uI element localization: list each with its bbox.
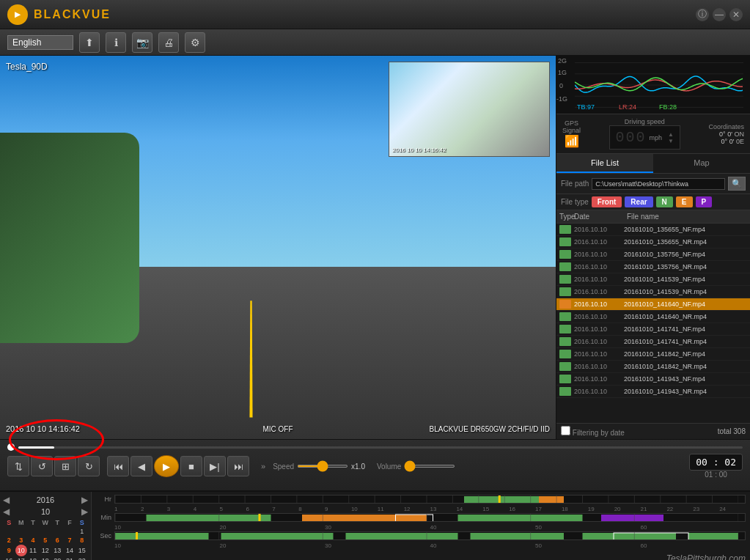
col-name-header: File name bbox=[627, 213, 741, 221]
calendar-day[interactable]: 5 bbox=[39, 536, 51, 545]
calendar-day[interactable]: 15 bbox=[76, 545, 88, 556]
language-selector[interactable]: EnglishKoreanJapaneseChinese bbox=[7, 35, 73, 50]
file-row[interactable]: 2016.10.1020161010_141842_NF.mp4 bbox=[556, 348, 750, 361]
month-next-button[interactable]: ▶ bbox=[81, 506, 88, 517]
calendar-day[interactable]: 19 bbox=[39, 556, 51, 560]
calendar-day[interactable]: 14 bbox=[64, 545, 76, 556]
skip-back-button[interactable]: ⏮ bbox=[107, 456, 129, 476]
min-track[interactable] bbox=[114, 513, 746, 522]
file-list[interactable]: 2016.10.1020161010_135655_NF.mp42016.10.… bbox=[556, 224, 750, 423]
calendar-day[interactable]: 22 bbox=[76, 556, 88, 560]
month-prev-button[interactable]: ◀ bbox=[3, 506, 10, 517]
gsensor-neg1g-label: -1G bbox=[556, 95, 567, 103]
calendar-day[interactable]: 8 bbox=[76, 536, 88, 545]
calendar-day[interactable]: 18 bbox=[27, 556, 40, 560]
sec-track[interactable] bbox=[114, 531, 746, 540]
year-next-button[interactable]: ▶ bbox=[81, 495, 88, 505]
tab-file-list[interactable]: File List bbox=[556, 154, 653, 173]
calendar-day[interactable]: 6 bbox=[51, 536, 64, 545]
coord2b: 0' bbox=[729, 138, 735, 145]
file-row[interactable]: 2016.10.1020161010_141943_NF.mp4 bbox=[556, 373, 750, 386]
settings-toolbar-button[interactable]: ⚙ bbox=[185, 32, 205, 53]
type-rear-button[interactable]: Rear bbox=[625, 196, 652, 207]
calendar-day[interactable]: 20 bbox=[51, 556, 64, 560]
gps-info: GPSSignal 📶 Driving speed 000 mph ▲▼ Coo… bbox=[556, 114, 750, 154]
loop-button[interactable]: ↻ bbox=[78, 456, 100, 476]
hour-number: 14 bbox=[456, 506, 482, 512]
file-row[interactable]: 2016.10.1020161010_141640_NF.mp4 bbox=[556, 298, 750, 311]
hour-number: 5 bbox=[220, 506, 246, 512]
file-row[interactable]: 2016.10.1020161010_141539_NF.mp4 bbox=[556, 273, 750, 286]
file-type-row: File type Front Rear N E P bbox=[556, 194, 750, 210]
calendar-day[interactable]: 17 bbox=[15, 556, 27, 560]
total-count: total 308 bbox=[718, 427, 746, 435]
camera-toolbar-button[interactable]: 📷 bbox=[132, 32, 152, 53]
type-front-button[interactable]: Front bbox=[592, 196, 622, 207]
calendar-day[interactable]: 7 bbox=[64, 536, 76, 545]
volume-slider[interactable] bbox=[404, 465, 455, 468]
file-row[interactable]: 2016.10.1020161010_141741_NR.mp4 bbox=[556, 336, 750, 348]
tab-map[interactable]: Map bbox=[653, 154, 750, 173]
close-button[interactable]: ✕ bbox=[729, 8, 743, 21]
print-toolbar-button[interactable]: 🖨 bbox=[158, 32, 179, 53]
seek-handle[interactable] bbox=[7, 443, 15, 451]
year-prev-button[interactable]: ◀ bbox=[3, 495, 10, 505]
min-number: 10 bbox=[114, 524, 220, 531]
type-p-button[interactable]: P bbox=[696, 196, 713, 207]
step-back-button[interactable]: ◀ bbox=[130, 456, 152, 476]
hr-canvas bbox=[115, 495, 738, 504]
hour-number: 15 bbox=[482, 506, 509, 512]
crop-button[interactable]: ⊞ bbox=[54, 456, 76, 476]
brand-watermark: TeslaPittsburgh.com bbox=[96, 553, 746, 560]
titlebar: ▶ BLACKVUE ⓘ — ✕ bbox=[0, 0, 750, 29]
play-button[interactable]: ▶ bbox=[154, 455, 179, 477]
calendar-day[interactable]: 10 bbox=[15, 545, 27, 556]
camera-switch-button[interactable]: ⇅ bbox=[7, 456, 29, 476]
speed-slider[interactable] bbox=[297, 465, 348, 468]
info-toolbar-button[interactable]: ℹ bbox=[106, 32, 126, 53]
file-row[interactable]: 2016.10.1020161010_135655_NF.mp4 bbox=[556, 224, 750, 236]
gsensor-graph: 2G 1G 0 -1G TB:97 LR:24 FB:28 bbox=[556, 56, 750, 114]
step-fwd-button[interactable]: ▶| bbox=[204, 456, 226, 476]
hour-track[interactable] bbox=[114, 495, 746, 504]
upload-button[interactable]: ⬆ bbox=[79, 32, 100, 53]
seek-track[interactable] bbox=[18, 446, 743, 449]
calendar-day[interactable]: 2 bbox=[3, 536, 15, 545]
sec-number: 20 bbox=[220, 542, 326, 549]
calendar-day[interactable]: 1 bbox=[76, 527, 88, 536]
skip-fwd-button[interactable]: ⏭ bbox=[227, 456, 249, 476]
minimize-button[interactable]: — bbox=[713, 8, 726, 21]
file-row[interactable]: 2016.10.1020161010_135655_NR.mp4 bbox=[556, 236, 750, 248]
calendar-day[interactable]: 9 bbox=[3, 545, 15, 556]
calendar-day[interactable]: 21 bbox=[64, 556, 76, 560]
calendar-year: 2016 bbox=[37, 495, 54, 504]
mic-status: MIC OFF bbox=[262, 425, 293, 433]
file-list-header: Type Date File name bbox=[556, 210, 750, 224]
calendar-day[interactable]: 11 bbox=[27, 545, 40, 556]
timeline-right: Hr 1234567891011121314151617181920212223… bbox=[92, 492, 750, 560]
filter-checkbox[interactable] bbox=[561, 426, 570, 435]
hour-numbers: 123456789101112131415161718192021222324 bbox=[114, 506, 746, 512]
file-row[interactable]: 2016.10.1020161010_141741_NF.mp4 bbox=[556, 323, 750, 336]
calendar-day[interactable]: 3 bbox=[15, 536, 27, 545]
hour-number: 18 bbox=[562, 506, 588, 512]
file-row[interactable]: 2016.10.1020161010_135756_NR.mp4 bbox=[556, 261, 750, 273]
file-row[interactable]: 2016.10.1020161010_141640_NR.mp4 bbox=[556, 311, 750, 323]
file-row[interactable]: 2016.10.1020161010_141943_NR.mp4 bbox=[556, 386, 750, 398]
rotate-button[interactable]: ↺ bbox=[31, 456, 53, 476]
type-n-button[interactable]: N bbox=[656, 196, 673, 207]
calendar-day[interactable]: 12 bbox=[39, 545, 51, 556]
file-row[interactable]: 2016.10.1020161010_141842_NR.mp4 bbox=[556, 361, 750, 373]
type-e-button[interactable]: E bbox=[676, 196, 693, 207]
transport-controls: ⏮ ◀ ▶ ■ ▶| ⏭ bbox=[107, 455, 249, 477]
info-button[interactable]: ⓘ bbox=[696, 8, 709, 21]
file-path-input[interactable] bbox=[592, 178, 725, 190]
file-row[interactable]: 2016.10.1020161010_141539_NR.mp4 bbox=[556, 286, 750, 298]
file-row[interactable]: 2016.10.1020161010_135756_NF.mp4 bbox=[556, 248, 750, 261]
calendar-day[interactable]: 13 bbox=[51, 545, 64, 556]
calendar-day[interactable]: 16 bbox=[3, 556, 15, 560]
file-path-search-button[interactable]: 🔍 bbox=[728, 177, 746, 191]
calendar-day[interactable]: 4 bbox=[27, 536, 40, 545]
hour-number: 13 bbox=[430, 506, 457, 512]
stop-button[interactable]: ■ bbox=[180, 456, 202, 476]
